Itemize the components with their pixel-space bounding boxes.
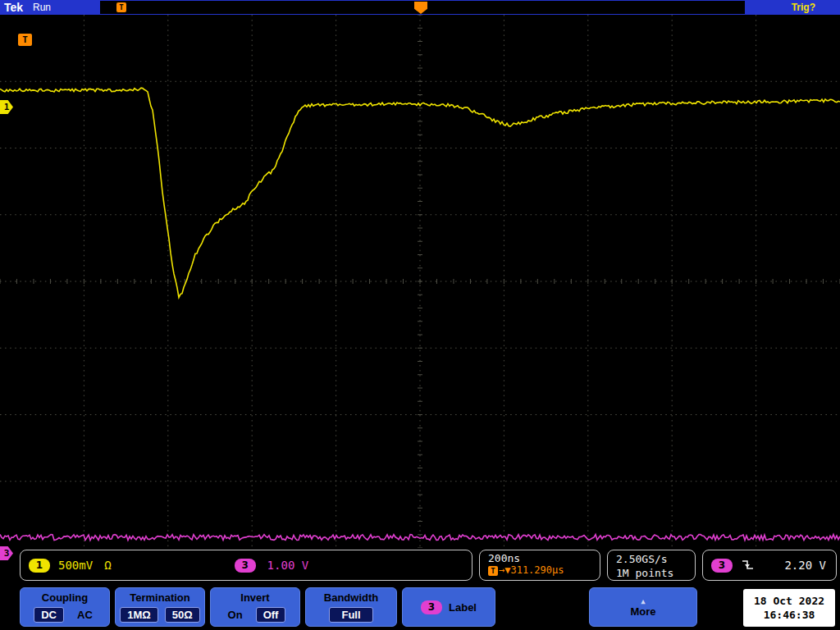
acquisition-status: Run (33, 2, 51, 13)
more-title: More (630, 605, 655, 618)
termination-option-1m[interactable]: 1MΩ (120, 607, 158, 623)
trigger-readout-box: 3 2.20 V (702, 550, 837, 581)
ch1-scale: 500mV (58, 559, 93, 572)
bandwidth-button[interactable]: Bandwidth Full (305, 587, 397, 627)
coupling-option-ac[interactable]: AC (74, 608, 96, 622)
record-length: 1M points (616, 566, 695, 580)
ch3-scale: 1.00 V (267, 559, 309, 572)
channel-readout-box: 1 500mV Ω 3 1.00 V (20, 550, 472, 581)
invert-title: Invert (211, 591, 299, 604)
trigger-source-badge: 3 (711, 559, 733, 573)
invert-option-on[interactable]: On (225, 608, 246, 622)
bandwidth-option-full[interactable]: Full (329, 607, 372, 623)
termination-option-50[interactable]: 50Ω (165, 607, 200, 623)
termination-button[interactable]: Termination 1MΩ 50Ω (115, 587, 205, 627)
coupling-title: Coupling (21, 591, 109, 604)
timebase-value: 200ns (488, 552, 600, 564)
ch3-badge: 3 (235, 559, 256, 573)
sample-rate: 2.50GS/s (616, 552, 695, 566)
softkey-menu-bar: Coupling DC AC Termination 1MΩ 50Ω Inver… (0, 584, 840, 630)
ch1-badge: 1 (29, 559, 50, 573)
time-value: 16:46:38 (764, 608, 815, 622)
top-status-bar: Tek Run T Trig? (0, 0, 840, 15)
falling-edge-icon (741, 559, 756, 572)
trigger-t-icon: T (488, 566, 498, 576)
label-title: Label (449, 601, 477, 614)
waveform-display: T 1 3 (0, 15, 840, 548)
ch1-impedance: Ω (104, 559, 111, 572)
tek-logo: Tek (4, 1, 23, 14)
date-value: 18 Oct 2022 (754, 594, 824, 608)
label-button[interactable]: 3 Label (402, 587, 495, 627)
ch3-position-marker[interactable]: 3 (0, 546, 13, 560)
invert-button[interactable]: Invert On Off (210, 587, 300, 627)
record-trigger-icon: T (116, 2, 126, 12)
coupling-option-dc[interactable]: DC (34, 607, 64, 623)
trigger-level-value: 2.20 V (784, 559, 826, 572)
termination-title: Termination (116, 591, 204, 604)
acquisition-readout-box: 2.50GS/s 1M points (607, 550, 696, 581)
bandwidth-title: Bandwidth (306, 591, 396, 604)
oscilloscope-screen: Tek Run T Trig? T 1 3 1 500mV Ω 3 1.00 V… (0, 0, 840, 630)
trigger-status-label: Trig? (792, 2, 815, 13)
more-button[interactable]: ▲ More (589, 587, 697, 627)
trigger-level-icon[interactable]: T (18, 34, 32, 46)
trigger-delay-value: →▼311.290µs (499, 564, 564, 576)
datetime-display: 18 Oct 2022 16:46:38 (743, 589, 835, 627)
horizontal-readout-box: 200ns T→▼311.290µs (479, 550, 600, 581)
waveform-svg (0, 15, 840, 548)
coupling-button[interactable]: Coupling DC AC (20, 587, 110, 627)
trigger-delay-readout: T→▼311.290µs (488, 564, 600, 576)
invert-option-off[interactable]: Off (256, 607, 286, 623)
label-channel-badge: 3 (421, 600, 442, 614)
up-arrow-icon: ▲ (641, 597, 645, 605)
